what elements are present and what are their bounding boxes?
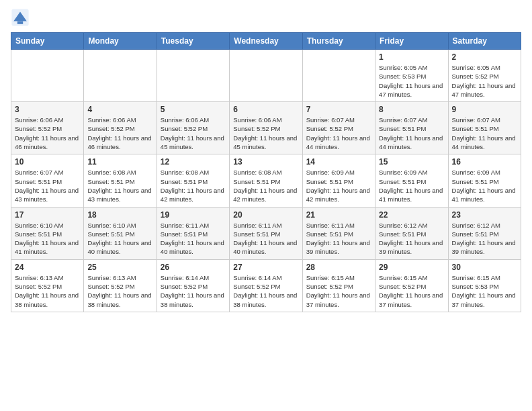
calendar-cell: 16Sunrise: 6:09 AMSunset: 5:51 PMDayligh…: [448, 154, 521, 207]
day-number: 9: [452, 105, 517, 114]
day-number: 6: [233, 105, 298, 114]
calendar-cell: 4Sunrise: 6:06 AMSunset: 5:52 PMDaylight…: [84, 102, 157, 154]
day-info: Sunrise: 6:06 AMSunset: 5:52 PMDaylight:…: [15, 116, 80, 151]
calendar-cell: 1Sunrise: 6:05 AMSunset: 5:53 PMDaylight…: [375, 50, 448, 102]
day-number: 14: [306, 157, 371, 167]
calendar-cell: 22Sunrise: 6:12 AMSunset: 5:51 PMDayligh…: [375, 207, 448, 259]
day-number: 20: [233, 210, 298, 220]
day-info: Sunrise: 6:14 AMSunset: 5:52 PMDaylight:…: [233, 273, 298, 309]
calendar-cell: 17Sunrise: 6:10 AMSunset: 5:51 PMDayligh…: [11, 207, 84, 259]
calendar-cell: 8Sunrise: 6:07 AMSunset: 5:51 PMDaylight…: [375, 102, 448, 154]
header: [11, 8, 521, 27]
calendar-cell: 13Sunrise: 6:08 AMSunset: 5:51 PMDayligh…: [230, 154, 302, 207]
calendar-cell: 21Sunrise: 6:11 AMSunset: 5:51 PMDayligh…: [302, 207, 375, 259]
day-info: Sunrise: 6:06 AMSunset: 5:52 PMDaylight:…: [87, 116, 152, 151]
col-header-friday: Friday: [375, 33, 448, 50]
day-info: Sunrise: 6:10 AMSunset: 5:51 PMDaylight:…: [15, 221, 80, 257]
col-header-thursday: Thursday: [302, 33, 375, 50]
day-number: 7: [306, 105, 371, 114]
col-header-tuesday: Tuesday: [157, 33, 229, 50]
calendar-cell: 28Sunrise: 6:15 AMSunset: 5:52 PMDayligh…: [302, 259, 375, 312]
day-number: 1: [379, 52, 444, 62]
day-number: 12: [161, 157, 226, 167]
day-number: 30: [452, 263, 517, 272]
day-info: Sunrise: 6:14 AMSunset: 5:52 PMDaylight:…: [161, 273, 226, 309]
calendar-cell: 20Sunrise: 6:11 AMSunset: 5:51 PMDayligh…: [230, 207, 302, 259]
calendar-cell: 15Sunrise: 6:09 AMSunset: 5:51 PMDayligh…: [375, 154, 448, 207]
calendar-cell: 3Sunrise: 6:06 AMSunset: 5:52 PMDaylight…: [11, 102, 84, 154]
svg-rect-2: [17, 21, 23, 24]
calendar-cell: 12Sunrise: 6:08 AMSunset: 5:51 PMDayligh…: [157, 154, 229, 207]
day-number: 21: [306, 210, 371, 220]
col-header-wednesday: Wednesday: [230, 33, 302, 50]
day-number: 18: [87, 210, 152, 220]
day-info: Sunrise: 6:12 AMSunset: 5:51 PMDaylight:…: [379, 221, 444, 257]
day-number: 15: [379, 157, 444, 167]
day-info: Sunrise: 6:06 AMSunset: 5:52 PMDaylight:…: [233, 116, 298, 151]
day-info: Sunrise: 6:05 AMSunset: 5:53 PMDaylight:…: [379, 63, 444, 99]
day-number: 28: [306, 263, 371, 272]
day-number: 13: [233, 157, 298, 167]
day-number: 27: [233, 263, 298, 272]
day-info: Sunrise: 6:15 AMSunset: 5:53 PMDaylight:…: [452, 273, 517, 309]
day-info: Sunrise: 6:07 AMSunset: 5:51 PMDaylight:…: [379, 116, 444, 151]
calendar-cell: [157, 50, 229, 102]
calendar-cell: 5Sunrise: 6:06 AMSunset: 5:52 PMDaylight…: [157, 102, 229, 154]
day-number: 26: [161, 263, 226, 272]
day-number: 8: [379, 105, 444, 114]
day-number: 4: [87, 105, 152, 114]
day-info: Sunrise: 6:09 AMSunset: 5:51 PMDaylight:…: [306, 168, 371, 203]
day-info: Sunrise: 6:08 AMSunset: 5:51 PMDaylight:…: [233, 168, 298, 203]
day-info: Sunrise: 6:13 AMSunset: 5:52 PMDaylight:…: [15, 273, 80, 309]
day-info: Sunrise: 6:07 AMSunset: 5:51 PMDaylight:…: [15, 168, 80, 203]
calendar-cell: 14Sunrise: 6:09 AMSunset: 5:51 PMDayligh…: [302, 154, 375, 207]
calendar-cell: 19Sunrise: 6:11 AMSunset: 5:51 PMDayligh…: [157, 207, 229, 259]
day-info: Sunrise: 6:08 AMSunset: 5:51 PMDaylight:…: [161, 168, 226, 203]
day-info: Sunrise: 6:12 AMSunset: 5:51 PMDaylight:…: [452, 221, 517, 257]
day-number: 17: [15, 210, 80, 220]
calendar: SundayMondayTuesdayWednesdayThursdayFrid…: [11, 32, 521, 312]
calendar-cell: 29Sunrise: 6:15 AMSunset: 5:52 PMDayligh…: [375, 259, 448, 312]
day-info: Sunrise: 6:07 AMSunset: 5:52 PMDaylight:…: [306, 116, 371, 151]
day-number: 19: [161, 210, 226, 220]
day-info: Sunrise: 6:11 AMSunset: 5:51 PMDaylight:…: [306, 221, 371, 257]
calendar-cell: [84, 50, 157, 102]
day-info: Sunrise: 6:15 AMSunset: 5:52 PMDaylight:…: [379, 273, 444, 309]
day-number: 16: [452, 157, 517, 167]
day-number: 25: [87, 263, 152, 272]
calendar-cell: 6Sunrise: 6:06 AMSunset: 5:52 PMDaylight…: [230, 102, 302, 154]
calendar-cell: 7Sunrise: 6:07 AMSunset: 5:52 PMDaylight…: [302, 102, 375, 154]
calendar-cell: 26Sunrise: 6:14 AMSunset: 5:52 PMDayligh…: [157, 259, 229, 312]
day-info: Sunrise: 6:09 AMSunset: 5:51 PMDaylight:…: [379, 168, 444, 203]
day-number: 11: [87, 157, 152, 167]
col-header-saturday: Saturday: [448, 33, 521, 50]
calendar-cell: 10Sunrise: 6:07 AMSunset: 5:51 PMDayligh…: [11, 154, 84, 207]
calendar-cell: 9Sunrise: 6:07 AMSunset: 5:51 PMDaylight…: [448, 102, 521, 154]
day-number: 24: [15, 263, 80, 272]
day-info: Sunrise: 6:07 AMSunset: 5:51 PMDaylight:…: [452, 116, 517, 151]
page: SundayMondayTuesdayWednesdayThursdayFrid…: [0, 0, 532, 411]
day-number: 23: [452, 210, 517, 220]
day-info: Sunrise: 6:15 AMSunset: 5:52 PMDaylight:…: [306, 273, 371, 309]
day-number: 3: [15, 105, 80, 114]
day-info: Sunrise: 6:11 AMSunset: 5:51 PMDaylight:…: [161, 221, 226, 257]
calendar-cell: 25Sunrise: 6:13 AMSunset: 5:52 PMDayligh…: [84, 259, 157, 312]
day-info: Sunrise: 6:09 AMSunset: 5:51 PMDaylight:…: [452, 168, 517, 203]
day-info: Sunrise: 6:06 AMSunset: 5:52 PMDaylight:…: [161, 116, 226, 151]
logo-icon: [11, 8, 30, 27]
col-header-monday: Monday: [84, 33, 157, 50]
calendar-cell: 18Sunrise: 6:10 AMSunset: 5:51 PMDayligh…: [84, 207, 157, 259]
day-info: Sunrise: 6:11 AMSunset: 5:51 PMDaylight:…: [233, 221, 298, 257]
logo-area: [11, 8, 31, 27]
day-info: Sunrise: 6:08 AMSunset: 5:51 PMDaylight:…: [87, 168, 152, 203]
calendar-cell: 2Sunrise: 6:05 AMSunset: 5:52 PMDaylight…: [448, 50, 521, 102]
calendar-cell: 30Sunrise: 6:15 AMSunset: 5:53 PMDayligh…: [448, 259, 521, 312]
calendar-cell: 27Sunrise: 6:14 AMSunset: 5:52 PMDayligh…: [230, 259, 302, 312]
day-info: Sunrise: 6:05 AMSunset: 5:52 PMDaylight:…: [452, 63, 517, 99]
calendar-cell: [11, 50, 84, 102]
day-info: Sunrise: 6:13 AMSunset: 5:52 PMDaylight:…: [87, 273, 152, 309]
day-number: 2: [452, 52, 517, 62]
calendar-cell: 23Sunrise: 6:12 AMSunset: 5:51 PMDayligh…: [448, 207, 521, 259]
day-number: 29: [379, 263, 444, 272]
calendar-cell: [302, 50, 375, 102]
